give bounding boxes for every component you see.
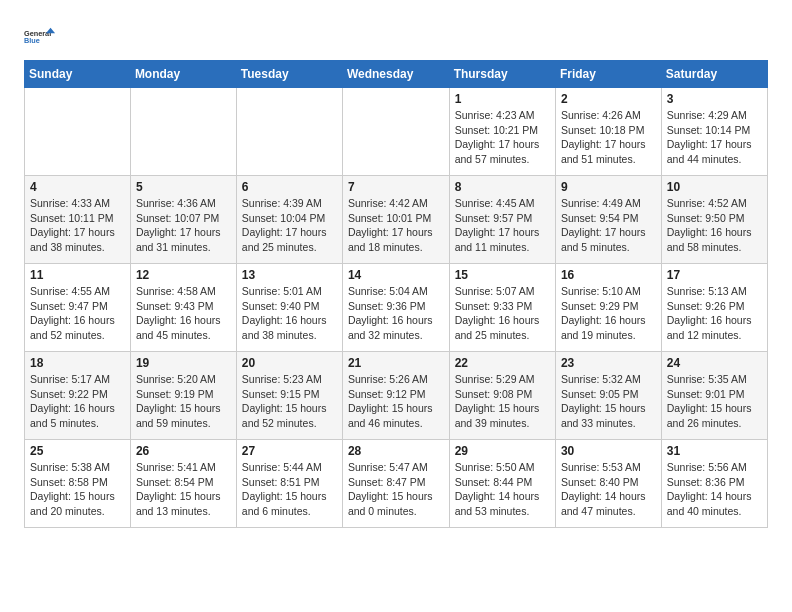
day-cell: 11Sunrise: 4:55 AMSunset: 9:47 PMDayligh… — [25, 264, 131, 352]
day-info: Sunrise: 5:32 AMSunset: 9:05 PMDaylight:… — [561, 372, 656, 431]
day-number: 26 — [136, 444, 231, 458]
day-cell: 14Sunrise: 5:04 AMSunset: 9:36 PMDayligh… — [342, 264, 449, 352]
day-info: Sunrise: 4:42 AMSunset: 10:01 PMDaylight… — [348, 196, 444, 255]
day-info: Sunrise: 5:50 AMSunset: 8:44 PMDaylight:… — [455, 460, 550, 519]
day-cell: 19Sunrise: 5:20 AMSunset: 9:19 PMDayligh… — [130, 352, 236, 440]
day-cell: 22Sunrise: 5:29 AMSunset: 9:08 PMDayligh… — [449, 352, 555, 440]
day-cell: 2Sunrise: 4:26 AMSunset: 10:18 PMDayligh… — [555, 88, 661, 176]
day-cell: 26Sunrise: 5:41 AMSunset: 8:54 PMDayligh… — [130, 440, 236, 528]
day-cell: 25Sunrise: 5:38 AMSunset: 8:58 PMDayligh… — [25, 440, 131, 528]
day-number: 11 — [30, 268, 125, 282]
day-cell: 27Sunrise: 5:44 AMSunset: 8:51 PMDayligh… — [236, 440, 342, 528]
day-cell: 18Sunrise: 5:17 AMSunset: 9:22 PMDayligh… — [25, 352, 131, 440]
day-number: 23 — [561, 356, 656, 370]
day-info: Sunrise: 4:26 AMSunset: 10:18 PMDaylight… — [561, 108, 656, 167]
day-info: Sunrise: 4:45 AMSunset: 9:57 PMDaylight:… — [455, 196, 550, 255]
day-number: 15 — [455, 268, 550, 282]
day-cell: 9Sunrise: 4:49 AMSunset: 9:54 PMDaylight… — [555, 176, 661, 264]
day-info: Sunrise: 5:04 AMSunset: 9:36 PMDaylight:… — [348, 284, 444, 343]
week-row-5: 25Sunrise: 5:38 AMSunset: 8:58 PMDayligh… — [25, 440, 768, 528]
day-info: Sunrise: 4:23 AMSunset: 10:21 PMDaylight… — [455, 108, 550, 167]
day-cell: 4Sunrise: 4:33 AMSunset: 10:11 PMDayligh… — [25, 176, 131, 264]
day-info: Sunrise: 4:33 AMSunset: 10:11 PMDaylight… — [30, 196, 125, 255]
weekday-header-tuesday: Tuesday — [236, 61, 342, 88]
day-number: 31 — [667, 444, 762, 458]
day-number: 20 — [242, 356, 337, 370]
day-info: Sunrise: 4:52 AMSunset: 9:50 PMDaylight:… — [667, 196, 762, 255]
weekday-header-monday: Monday — [130, 61, 236, 88]
day-cell: 20Sunrise: 5:23 AMSunset: 9:15 PMDayligh… — [236, 352, 342, 440]
day-info: Sunrise: 5:20 AMSunset: 9:19 PMDaylight:… — [136, 372, 231, 431]
day-cell: 10Sunrise: 4:52 AMSunset: 9:50 PMDayligh… — [661, 176, 767, 264]
day-cell: 8Sunrise: 4:45 AMSunset: 9:57 PMDaylight… — [449, 176, 555, 264]
day-number: 13 — [242, 268, 337, 282]
day-info: Sunrise: 5:53 AMSunset: 8:40 PMDaylight:… — [561, 460, 656, 519]
day-info: Sunrise: 5:47 AMSunset: 8:47 PMDaylight:… — [348, 460, 444, 519]
weekday-header-saturday: Saturday — [661, 61, 767, 88]
weekday-header-wednesday: Wednesday — [342, 61, 449, 88]
day-number: 16 — [561, 268, 656, 282]
day-cell: 24Sunrise: 5:35 AMSunset: 9:01 PMDayligh… — [661, 352, 767, 440]
day-info: Sunrise: 5:35 AMSunset: 9:01 PMDaylight:… — [667, 372, 762, 431]
day-number: 22 — [455, 356, 550, 370]
day-info: Sunrise: 5:07 AMSunset: 9:33 PMDaylight:… — [455, 284, 550, 343]
day-info: Sunrise: 5:17 AMSunset: 9:22 PMDaylight:… — [30, 372, 125, 431]
day-number: 17 — [667, 268, 762, 282]
day-cell: 31Sunrise: 5:56 AMSunset: 8:36 PMDayligh… — [661, 440, 767, 528]
day-number: 29 — [455, 444, 550, 458]
day-info: Sunrise: 4:49 AMSunset: 9:54 PMDaylight:… — [561, 196, 656, 255]
day-number: 28 — [348, 444, 444, 458]
day-number: 30 — [561, 444, 656, 458]
day-number: 6 — [242, 180, 337, 194]
week-row-3: 11Sunrise: 4:55 AMSunset: 9:47 PMDayligh… — [25, 264, 768, 352]
day-info: Sunrise: 5:23 AMSunset: 9:15 PMDaylight:… — [242, 372, 337, 431]
day-info: Sunrise: 4:55 AMSunset: 9:47 PMDaylight:… — [30, 284, 125, 343]
day-info: Sunrise: 4:58 AMSunset: 9:43 PMDaylight:… — [136, 284, 231, 343]
day-cell: 21Sunrise: 5:26 AMSunset: 9:12 PMDayligh… — [342, 352, 449, 440]
week-row-4: 18Sunrise: 5:17 AMSunset: 9:22 PMDayligh… — [25, 352, 768, 440]
day-number: 27 — [242, 444, 337, 458]
day-cell: 29Sunrise: 5:50 AMSunset: 8:44 PMDayligh… — [449, 440, 555, 528]
day-cell: 7Sunrise: 4:42 AMSunset: 10:01 PMDayligh… — [342, 176, 449, 264]
day-number: 1 — [455, 92, 550, 106]
day-number: 18 — [30, 356, 125, 370]
day-cell: 12Sunrise: 4:58 AMSunset: 9:43 PMDayligh… — [130, 264, 236, 352]
logo: GeneralBlue — [24, 20, 56, 52]
day-info: Sunrise: 5:01 AMSunset: 9:40 PMDaylight:… — [242, 284, 337, 343]
day-cell: 23Sunrise: 5:32 AMSunset: 9:05 PMDayligh… — [555, 352, 661, 440]
day-info: Sunrise: 5:26 AMSunset: 9:12 PMDaylight:… — [348, 372, 444, 431]
day-cell — [342, 88, 449, 176]
day-info: Sunrise: 4:36 AMSunset: 10:07 PMDaylight… — [136, 196, 231, 255]
weekday-header-row: SundayMondayTuesdayWednesdayThursdayFrid… — [25, 61, 768, 88]
day-info: Sunrise: 5:13 AMSunset: 9:26 PMDaylight:… — [667, 284, 762, 343]
day-info: Sunrise: 5:10 AMSunset: 9:29 PMDaylight:… — [561, 284, 656, 343]
day-number: 12 — [136, 268, 231, 282]
day-info: Sunrise: 5:44 AMSunset: 8:51 PMDaylight:… — [242, 460, 337, 519]
day-info: Sunrise: 5:56 AMSunset: 8:36 PMDaylight:… — [667, 460, 762, 519]
day-info: Sunrise: 5:38 AMSunset: 8:58 PMDaylight:… — [30, 460, 125, 519]
page-header: GeneralBlue — [24, 20, 768, 52]
day-number: 4 — [30, 180, 125, 194]
day-cell: 3Sunrise: 4:29 AMSunset: 10:14 PMDayligh… — [661, 88, 767, 176]
day-number: 2 — [561, 92, 656, 106]
day-info: Sunrise: 4:39 AMSunset: 10:04 PMDaylight… — [242, 196, 337, 255]
day-number: 21 — [348, 356, 444, 370]
day-info: Sunrise: 4:29 AMSunset: 10:14 PMDaylight… — [667, 108, 762, 167]
day-cell: 13Sunrise: 5:01 AMSunset: 9:40 PMDayligh… — [236, 264, 342, 352]
day-number: 25 — [30, 444, 125, 458]
day-cell: 16Sunrise: 5:10 AMSunset: 9:29 PMDayligh… — [555, 264, 661, 352]
day-number: 3 — [667, 92, 762, 106]
day-cell: 6Sunrise: 4:39 AMSunset: 10:04 PMDayligh… — [236, 176, 342, 264]
calendar-table: SundayMondayTuesdayWednesdayThursdayFrid… — [24, 60, 768, 528]
day-cell — [130, 88, 236, 176]
week-row-1: 1Sunrise: 4:23 AMSunset: 10:21 PMDayligh… — [25, 88, 768, 176]
day-number: 9 — [561, 180, 656, 194]
weekday-header-thursday: Thursday — [449, 61, 555, 88]
week-row-2: 4Sunrise: 4:33 AMSunset: 10:11 PMDayligh… — [25, 176, 768, 264]
day-info: Sunrise: 5:41 AMSunset: 8:54 PMDaylight:… — [136, 460, 231, 519]
day-cell: 15Sunrise: 5:07 AMSunset: 9:33 PMDayligh… — [449, 264, 555, 352]
day-cell: 1Sunrise: 4:23 AMSunset: 10:21 PMDayligh… — [449, 88, 555, 176]
weekday-header-sunday: Sunday — [25, 61, 131, 88]
day-number: 7 — [348, 180, 444, 194]
svg-text:Blue: Blue — [24, 36, 40, 45]
